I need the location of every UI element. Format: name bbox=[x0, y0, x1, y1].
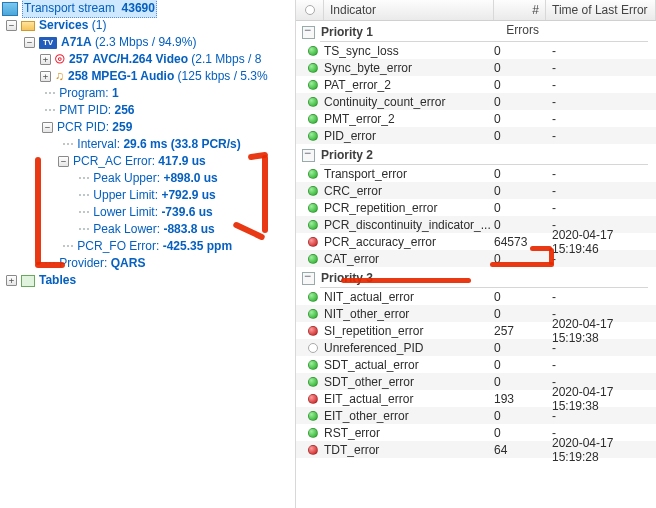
error-time: - bbox=[552, 112, 656, 126]
table-row[interactable]: TDT_error 64 2020-04-17 15:19:28 bbox=[296, 441, 656, 458]
table-row[interactable]: PMT_error_2 0 - bbox=[296, 110, 656, 127]
error-time: - bbox=[552, 44, 656, 58]
pcr-fo-value: -425.35 ppm bbox=[163, 238, 232, 255]
peak-upper-label[interactable]: Peak Upper: bbox=[93, 170, 160, 187]
table-row[interactable]: TS_sync_loss 0 - bbox=[296, 42, 656, 59]
error-count: 0 bbox=[494, 78, 552, 92]
table-row[interactable]: SI_repetition_error 257 2020-04-17 15:19… bbox=[296, 322, 656, 339]
video-label[interactable]: AVC/H.264 Video bbox=[92, 51, 188, 68]
column-status[interactable] bbox=[296, 0, 324, 20]
error-time: - bbox=[552, 61, 656, 75]
error-time: 2020-04-17 15:19:28 bbox=[552, 436, 656, 464]
status-dot-icon bbox=[308, 131, 318, 141]
tree-dots-icon: ⋯ bbox=[44, 85, 59, 102]
tree-dots-icon: ⋯ bbox=[62, 136, 77, 153]
tree-dots-icon: ⋯ bbox=[78, 204, 93, 221]
indicator-name: Unreferenced_PID bbox=[324, 341, 494, 355]
indicator-name: SI_repetition_error bbox=[324, 324, 494, 338]
status-dot-icon bbox=[308, 377, 318, 387]
column-errors[interactable]: # Errors bbox=[494, 0, 546, 20]
status-dot-icon bbox=[308, 97, 318, 107]
table-row[interactable]: Transport_error 0 - bbox=[296, 165, 656, 182]
program-label[interactable]: Program: bbox=[59, 85, 108, 102]
table-row[interactable]: CRC_error 0 - bbox=[296, 182, 656, 199]
error-count: 0 bbox=[494, 307, 552, 321]
tree-dots-icon: ⋯ bbox=[78, 187, 93, 204]
table-row[interactable]: PCR_accuracy_error 64573 2020-04-17 15:1… bbox=[296, 233, 656, 250]
pcr-label[interactable]: PCR PID: bbox=[57, 119, 109, 136]
indicator-name: Transport_error bbox=[324, 167, 494, 181]
interval-label[interactable]: Interval: bbox=[77, 136, 120, 153]
table-body: Priority 1 TS_sync_loss 0 - Sync_byte_er… bbox=[296, 21, 656, 458]
expander-icon[interactable] bbox=[42, 122, 53, 133]
lower-limit-label[interactable]: Lower Limit: bbox=[93, 204, 158, 221]
group-title: Priority 3 bbox=[321, 271, 373, 285]
error-count: 0 bbox=[494, 184, 552, 198]
table-row[interactable]: CAT_error 0 - bbox=[296, 250, 656, 267]
table-row[interactable]: Continuity_count_error 0 - bbox=[296, 93, 656, 110]
status-dot-icon bbox=[308, 411, 318, 421]
collapse-icon[interactable] bbox=[302, 272, 315, 285]
pcr-fo-label[interactable]: PCR_FO Error: bbox=[77, 238, 159, 255]
error-time: - bbox=[552, 95, 656, 109]
channel-stats: (2.3 Mbps / 94.9%) bbox=[95, 34, 196, 51]
collapse-icon[interactable] bbox=[302, 26, 315, 39]
transport-stream-label[interactable]: Transport stream bbox=[24, 1, 115, 15]
table-row[interactable]: PAT_error_2 0 - bbox=[296, 76, 656, 93]
collapse-icon[interactable] bbox=[302, 149, 315, 162]
indicator-name: PID_error bbox=[324, 129, 494, 143]
tables-icon bbox=[21, 275, 35, 287]
expander-icon[interactable] bbox=[6, 275, 17, 286]
indicator-name: Continuity_count_error bbox=[324, 95, 494, 109]
video-pid[interactable]: 257 bbox=[69, 51, 89, 68]
group-title: Priority 2 bbox=[321, 148, 373, 162]
table-row[interactable]: EIT_other_error 0 - bbox=[296, 407, 656, 424]
error-time: - bbox=[552, 129, 656, 143]
tables-label[interactable]: Tables bbox=[39, 272, 76, 289]
table-row[interactable]: Unreferenced_PID 0 - bbox=[296, 339, 656, 356]
expander-icon[interactable] bbox=[58, 156, 69, 167]
column-time[interactable]: Time of Last Error bbox=[546, 0, 656, 20]
navigation-tree[interactable]: Transport stream 43690 Services (1) TV A… bbox=[0, 0, 295, 508]
expander-icon[interactable] bbox=[40, 71, 51, 82]
status-dot-icon bbox=[305, 5, 315, 15]
provider-value: QARS bbox=[111, 255, 146, 272]
transport-stream-id[interactable]: 43690 bbox=[122, 1, 155, 15]
table-row[interactable]: PID_error 0 - bbox=[296, 127, 656, 144]
table-row[interactable]: Sync_byte_error 0 - bbox=[296, 59, 656, 76]
expander-icon[interactable] bbox=[6, 20, 17, 31]
error-time: - bbox=[552, 409, 656, 423]
status-dot-icon bbox=[308, 114, 318, 124]
error-time: - bbox=[552, 341, 656, 355]
audio-pid[interactable]: 258 bbox=[68, 68, 88, 85]
column-indicator[interactable]: Indicator bbox=[324, 0, 494, 20]
error-time: - bbox=[552, 358, 656, 372]
status-dot-icon bbox=[308, 309, 318, 319]
peak-lower-label[interactable]: Peak Lower: bbox=[93, 221, 160, 238]
indicator-name: PCR_repetition_error bbox=[324, 201, 494, 215]
table-row[interactable]: EIT_actual_error 193 2020-04-17 15:19:38 bbox=[296, 390, 656, 407]
indicator-name: PCR_discontinuity_indicator_... bbox=[324, 218, 494, 232]
expander-icon[interactable] bbox=[24, 37, 35, 48]
error-count: 0 bbox=[494, 290, 552, 304]
pcr-value: 259 bbox=[112, 119, 132, 136]
provider-label[interactable]: Provider: bbox=[59, 255, 107, 272]
indicator-name: Sync_byte_error bbox=[324, 61, 494, 75]
audio-label[interactable]: MPEG-1 Audio bbox=[91, 68, 174, 85]
expander-icon[interactable] bbox=[40, 54, 51, 65]
status-dot-icon bbox=[308, 63, 318, 73]
upper-limit-label[interactable]: Upper Limit: bbox=[93, 187, 158, 204]
error-count: 64573 bbox=[494, 235, 552, 249]
table-row[interactable]: NIT_actual_error 0 - bbox=[296, 288, 656, 305]
services-icon bbox=[21, 21, 35, 31]
indicator-name: PCR_accuracy_error bbox=[324, 235, 494, 249]
error-count: 0 bbox=[494, 252, 552, 266]
status-dot-icon bbox=[308, 360, 318, 370]
services-label[interactable]: Services bbox=[39, 17, 88, 34]
pcr-ac-label[interactable]: PCR_AC Error: bbox=[73, 153, 155, 170]
table-row[interactable]: PCR_repetition_error 0 - bbox=[296, 199, 656, 216]
channel-name[interactable]: A71A bbox=[61, 34, 92, 51]
table-row[interactable]: SDT_actual_error 0 - bbox=[296, 356, 656, 373]
pmt-label[interactable]: PMT PID: bbox=[59, 102, 111, 119]
error-count: 64 bbox=[494, 443, 552, 457]
